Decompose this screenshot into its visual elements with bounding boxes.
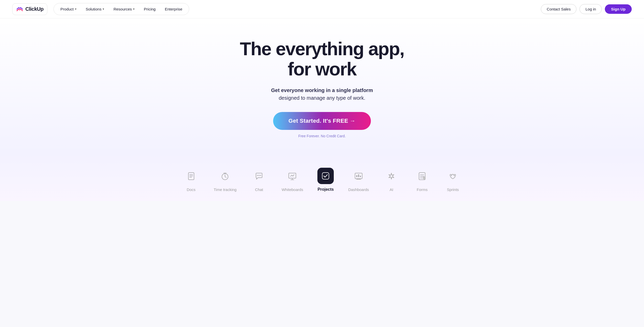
dashboards-label: Dashboards: [348, 187, 369, 192]
hero-note: Free Forever. No Credit Card.: [298, 134, 346, 138]
time-tracking-label: Time tracking: [214, 187, 237, 192]
login-button[interactable]: Log in: [579, 4, 602, 14]
forms-label: Forms: [417, 187, 428, 192]
nav-solutions[interactable]: Solutions ▾: [82, 5, 109, 13]
logo-button[interactable]: ClickUp: [12, 3, 47, 15]
feature-sprints[interactable]: Sprints: [437, 164, 468, 196]
clickup-logo-icon: [16, 6, 23, 13]
logo-text: ClickUp: [25, 6, 44, 12]
navbar: ClickUp Product ▾ Solutions ▾ Resources …: [0, 0, 644, 18]
ai-label: AI: [390, 187, 393, 192]
time-tracking-icon: [220, 172, 230, 181]
chevron-down-icon: ▾: [75, 7, 77, 11]
nav-product[interactable]: Product ▾: [56, 5, 81, 13]
nav-resources[interactable]: Resources ▾: [109, 5, 139, 13]
time-tracking-icon-wrap: [217, 168, 233, 184]
sprints-icon-wrap: [445, 168, 461, 184]
ai-icon-wrap: [383, 168, 400, 184]
whiteboards-icon-wrap: [284, 168, 300, 184]
forms-icon-wrap: [414, 168, 430, 184]
svg-point-10: [260, 175, 261, 176]
chevron-down-icon: ▾: [103, 7, 104, 11]
dashboards-icon-wrap: [350, 168, 367, 184]
svg-rect-14: [322, 173, 329, 179]
whiteboards-label: Whiteboards: [282, 187, 303, 192]
projects-label: Projects: [318, 187, 334, 192]
feature-time-tracking[interactable]: Time tracking: [207, 164, 244, 196]
projects-icon-wrap: [317, 168, 334, 184]
docs-icon-wrap: [183, 168, 199, 184]
chat-icon: [254, 172, 264, 181]
forms-icon: [417, 172, 427, 181]
feature-docs[interactable]: Docs: [176, 164, 207, 196]
chevron-down-icon: ▾: [133, 7, 135, 11]
sprints-icon: [448, 172, 457, 181]
dashboards-icon: [354, 172, 363, 181]
features-bar: Docs Time tracking Chat: [0, 153, 644, 201]
whiteboards-icon: [288, 172, 297, 181]
contact-sales-button[interactable]: Contact Sales: [541, 4, 576, 14]
signup-button[interactable]: Sign Up: [605, 4, 632, 14]
hero-section: The everything app, for work Get everyon…: [0, 18, 644, 153]
svg-point-9: [259, 175, 260, 176]
hero-subtitle: Get everyone working in a single platfor…: [271, 86, 373, 102]
svg-rect-18: [358, 174, 359, 177]
projects-icon: [321, 171, 330, 181]
hero-title: The everything app, for work: [240, 39, 404, 79]
feature-chat[interactable]: Chat: [244, 164, 274, 196]
ai-icon: [387, 172, 396, 181]
docs-icon: [187, 172, 196, 181]
nav-enterprise[interactable]: Enterprise: [161, 5, 186, 13]
nav-right: Contact Sales Log in Sign Up: [541, 4, 632, 14]
feature-forms[interactable]: Forms: [407, 164, 437, 196]
feature-ai[interactable]: AI: [376, 164, 407, 196]
svg-rect-17: [356, 175, 357, 177]
nav-links-container: Product ▾ Solutions ▾ Resources ▾ Pricin…: [53, 3, 189, 15]
svg-line-6: [225, 177, 226, 177]
sprints-label: Sprints: [447, 187, 459, 192]
docs-label: Docs: [187, 187, 196, 192]
nav-left: ClickUp Product ▾ Solutions ▾ Resources …: [12, 3, 189, 15]
feature-dashboards[interactable]: Dashboards: [341, 164, 376, 196]
feature-whiteboards[interactable]: Whiteboards: [274, 164, 310, 196]
svg-point-8: [257, 175, 258, 176]
chat-icon-wrap: [251, 168, 267, 184]
chat-label: Chat: [255, 187, 263, 192]
nav-pricing[interactable]: Pricing: [140, 5, 160, 13]
cta-button[interactable]: Get Started. It's FREE →: [273, 112, 371, 130]
svg-rect-19: [360, 176, 361, 177]
feature-projects[interactable]: Projects: [310, 164, 341, 196]
